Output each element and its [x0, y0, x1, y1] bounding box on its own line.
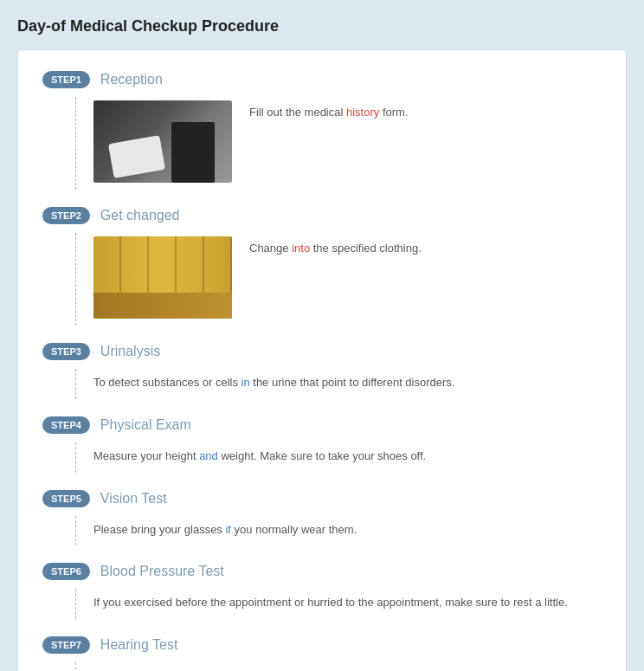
step-1-container: STEP1 Reception Fill out the medical his… — [42, 71, 602, 190]
step-5-badge: STEP5 — [42, 490, 90, 507]
step-4-title: Physical Exam — [100, 417, 191, 433]
step-4-description: Measure your height and weight. Make sur… — [93, 446, 602, 466]
step-3-badge: STEP3 — [42, 343, 90, 360]
step-2-container: STEP2 Get changed Change into the specif… — [42, 207, 602, 326]
step-7-description: Wear headphones connected to a device th… — [93, 666, 602, 671]
step-5-container: STEP5 Vision Test Please bring your glas… — [42, 490, 602, 546]
step-1-content: Fill out the medical history form. — [75, 97, 602, 190]
step-1-header: STEP1 Reception — [42, 71, 602, 88]
step-2-description: Change into the specified clothing. — [249, 236, 422, 258]
step-7-content: Wear headphones connected to a device th… — [75, 662, 602, 671]
step-6-container: STEP6 Blood Pressure Test If you exercis… — [42, 563, 602, 619]
step-1-title: Reception — [100, 72, 163, 87]
step-4-container: STEP4 Physical Exam Measure your height … — [42, 416, 602, 473]
step-4-badge: STEP4 — [42, 416, 90, 434]
step-3-title: Urinalysis — [100, 344, 160, 359]
step-7-title: Hearing Test — [100, 637, 178, 653]
step-2-content-row: Change into the specified clothing. — [93, 236, 602, 319]
step-6-header: STEP6 Blood Pressure Test — [42, 563, 602, 580]
step-2-badge: STEP2 — [42, 207, 90, 224]
step-1-content-row: Fill out the medical history form. — [93, 100, 602, 183]
step-5-description: Please bring your glasses if you normall… — [93, 519, 602, 539]
step-3-header: STEP3 Urinalysis — [42, 343, 602, 360]
step-3-description: To detect substances or cells in the uri… — [93, 372, 602, 392]
step-4-content: Measure your height and weight. Make sur… — [75, 442, 602, 473]
step-5-title: Vision Test — [100, 491, 167, 506]
step-5-content: Please bring your glasses if you normall… — [75, 516, 602, 546]
locker-image — [93, 236, 232, 319]
step-5-header: STEP5 Vision Test — [42, 490, 602, 507]
step-6-content: If you exercised before the appointment … — [75, 589, 602, 619]
step-6-title: Blood Pressure Test — [100, 564, 224, 579]
step-3-container: STEP3 Urinalysis To detect substances or… — [42, 343, 602, 399]
step-7-badge: STEP7 — [42, 636, 90, 654]
step-1-badge: STEP1 — [42, 71, 90, 88]
page-title: Day-of Medical Checkup Procedure — [17, 17, 627, 35]
step-1-description: Fill out the medical history form. — [249, 100, 409, 122]
step-6-badge: STEP6 — [42, 563, 90, 580]
step-7-container: STEP7 Hearing Test Wear headphones conne… — [42, 636, 602, 671]
reception-image — [93, 100, 232, 183]
step-2-content: Change into the specified clothing. — [75, 233, 602, 326]
step-3-content: To detect substances or cells in the uri… — [75, 369, 602, 399]
step-2-header: STEP2 Get changed — [42, 207, 602, 224]
step-6-description: If you exercised before the appointment … — [93, 592, 602, 612]
step-2-title: Get changed — [100, 208, 180, 223]
step-4-header: STEP4 Physical Exam — [42, 416, 602, 434]
step-7-header: STEP7 Hearing Test — [42, 636, 602, 654]
main-card: STEP1 Reception Fill out the medical his… — [17, 49, 627, 671]
